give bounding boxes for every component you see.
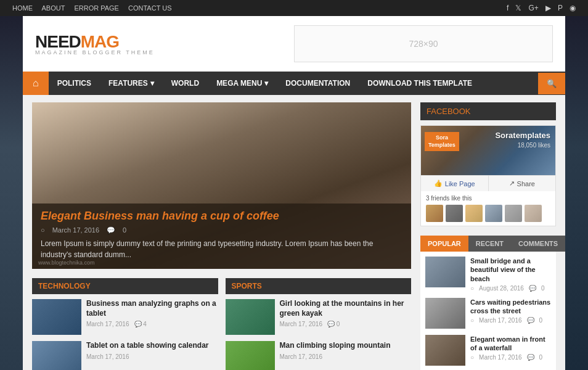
watermark: www.blogtechnika.com xyxy=(38,260,95,266)
share-icon: ↗ xyxy=(509,179,515,187)
logo-tagline: MAGAZINE BLOGGER THEME xyxy=(35,49,155,56)
nav-documentation[interactable]: DOCUMENTATION xyxy=(277,73,359,94)
friend-avatars xyxy=(426,205,550,222)
instagram-icon[interactable]: ◉ xyxy=(570,4,576,12)
tech-article-1-meta: March 17, 2016 💬 4 xyxy=(86,321,218,327)
friend-avatar-2 xyxy=(446,205,463,222)
sidebar: FACEBOOK SoraTemplates Soratemplates 18,… xyxy=(420,102,556,370)
pop-article-2-title[interactable]: Cars waiting pedestrians cross the stree… xyxy=(470,298,551,316)
hero-comment-icon: 💬 xyxy=(107,226,115,234)
pop-article-1-info: Small bridge and a beautiful view of the… xyxy=(470,257,551,292)
fb-thumbs-icon: 👍 xyxy=(434,179,443,187)
logo[interactable]: NEEDMAG MAGAZINE BLOGGER THEME xyxy=(35,32,155,56)
friends-text: 3 friends like this xyxy=(426,195,472,202)
pop-thumb-2 xyxy=(425,298,465,329)
tab-popular[interactable]: POPULAR xyxy=(420,236,468,252)
tab-comments[interactable]: COMMENTS xyxy=(511,236,565,252)
pinterest-icon[interactable]: P xyxy=(558,4,563,12)
nav-mega-menu[interactable]: MEGA MENU ▾ xyxy=(208,73,277,94)
hero-article: Elegant Business man having a cup of cof… xyxy=(32,102,411,269)
popular-tabs: POPULAR RECENT COMMENTS xyxy=(420,236,556,252)
nav-home-button[interactable]: ⌂ xyxy=(23,72,49,95)
tech-1-date: March 17, 2016 xyxy=(86,321,129,327)
tech-2-date: March 17, 2016 xyxy=(86,353,129,360)
tech-article-2-info: Tablet on a table showing calendar March… xyxy=(86,341,218,360)
hero-date-icon: ○ xyxy=(41,226,45,234)
top-bar: HOME ABOUT ERROR PAGE CONTACT US f 𝕏 G+ … xyxy=(0,0,588,16)
technology-header: TECHNOLOGY xyxy=(32,278,218,294)
technology-title: TECHNOLOGY xyxy=(38,282,91,290)
facebook-likes: 18,050 likes xyxy=(518,142,550,149)
pop-2-comments: 0 xyxy=(539,317,543,324)
popular-section: POPULAR RECENT COMMENTS Small bridge and… xyxy=(420,236,556,370)
facebook-image: SoraTemplates Soratemplates 18,050 likes xyxy=(421,126,555,175)
ad-label: 728×90 xyxy=(409,39,438,49)
facebook-header: FACEBOOK xyxy=(420,102,556,120)
pop-article-3-info: Elegant woman in front of a waterfall ○ … xyxy=(470,335,551,361)
tech-thumb-1 xyxy=(32,299,81,335)
pop-article-1-title[interactable]: Small bridge and a beautiful view of the… xyxy=(470,257,551,283)
facebook-icon[interactable]: f xyxy=(507,4,508,12)
sports-article-2-meta: March 17, 2016 xyxy=(280,353,412,360)
main-content: Elegant Business man having a cup of cof… xyxy=(32,102,411,370)
pop-3-date: March 17, 2016 xyxy=(479,354,522,361)
popular-article-3: Elegant woman in front of a waterfall ○ … xyxy=(425,335,551,366)
pop-2-comment-icon: 💬 xyxy=(527,317,534,324)
nav-contact-link[interactable]: CONTACT US xyxy=(128,4,172,12)
facebook-share-button[interactable]: ↗ Share xyxy=(489,176,556,191)
sports-article-1-title[interactable]: Girl looking at the mountains in her gre… xyxy=(280,299,412,318)
pop-1-comment-icon: 💬 xyxy=(529,285,536,292)
twitter-icon[interactable]: 𝕏 xyxy=(515,4,521,12)
nav-bar: ⌂ POLITICS FEATURES ▾ WORLD MEGA MENU ▾ … xyxy=(23,72,565,95)
hero-meta: ○ March 17, 2016 💬 0 xyxy=(41,226,402,234)
nav-politics[interactable]: POLITICS xyxy=(49,73,100,94)
logo-need: NEED xyxy=(35,32,81,51)
pop-article-3-title[interactable]: Elegant woman in front of a waterfall xyxy=(470,335,551,353)
friend-avatar-1 xyxy=(426,205,443,222)
hero-comments: 0 xyxy=(123,226,126,234)
sora-box: SoraTemplates xyxy=(425,132,459,151)
ad-banner: 728×90 xyxy=(294,25,553,62)
sports-2-date: March 17, 2016 xyxy=(280,353,323,360)
hero-excerpt: Lorem Ipsum is simply dummy text of the … xyxy=(41,238,402,260)
sports-thumb-1 xyxy=(226,299,275,335)
search-icon: 🔍 xyxy=(547,79,557,88)
pop-3-comments: 0 xyxy=(539,354,543,361)
tech-article-2: Tablet on a table showing calendar March… xyxy=(32,341,218,370)
sports-article-1: Girl looking at the mountains in her gre… xyxy=(226,299,412,335)
like-btn-label: Like Page xyxy=(445,180,475,187)
nav-home-link[interactable]: HOME xyxy=(12,4,33,12)
sports-1-comments: 💬 0 xyxy=(327,321,340,327)
friend-avatar-3 xyxy=(465,205,483,222)
top-nav: HOME ABOUT ERROR PAGE CONTACT US xyxy=(12,4,179,12)
gplus-icon[interactable]: G+ xyxy=(528,4,538,12)
nav-features[interactable]: FEATURES ▾ xyxy=(100,73,163,94)
hero-title[interactable]: Elegant Business man having a cup of cof… xyxy=(41,210,402,223)
sports-article-2-title[interactable]: Man climbing sloping mountain xyxy=(280,341,412,351)
pop-article-3-meta: ○ March 17, 2016 💬 0 xyxy=(470,354,551,361)
nav-search-button[interactable]: 🔍 xyxy=(538,73,565,94)
sports-thumb-2 xyxy=(226,341,275,370)
hero-date: March 17, 2016 xyxy=(52,226,99,234)
soratemplates-label: Soratemplates xyxy=(495,131,550,140)
sports-article-1-meta: March 17, 2016 💬 0 xyxy=(280,321,412,327)
tech-article-1-title[interactable]: Business man analyzing graphs on a table… xyxy=(86,299,218,318)
nav-world[interactable]: WORLD xyxy=(163,73,208,94)
nav-about-link[interactable]: ABOUT xyxy=(41,4,65,12)
mega-arrow: ▾ xyxy=(264,79,268,88)
logo-mag: MAG xyxy=(81,32,119,51)
tech-1-comments: 💬 4 xyxy=(134,321,147,327)
pop-3-comment-icon: 💬 xyxy=(527,354,534,361)
pop-2-date: March 17, 2016 xyxy=(479,317,522,324)
friend-avatar-5 xyxy=(505,205,522,222)
technology-section: TECHNOLOGY Business man analyzing graphs… xyxy=(32,278,218,370)
fb-friends-label: 3 friends like this xyxy=(421,191,555,226)
youtube-icon[interactable]: ▶ xyxy=(545,4,551,12)
tech-article-2-title[interactable]: Tablet on a table showing calendar xyxy=(86,341,218,351)
facebook-box: SoraTemplates Soratemplates 18,050 likes… xyxy=(420,125,556,226)
nav-download[interactable]: DOWNLOAD THIS TEMPLATE xyxy=(359,73,481,94)
facebook-like-button[interactable]: 👍 Like Page xyxy=(421,176,489,191)
tab-recent[interactable]: RECENT xyxy=(468,236,511,252)
nav-error-link[interactable]: ERROR PAGE xyxy=(74,4,119,12)
pop-1-comments: 0 xyxy=(541,285,545,292)
